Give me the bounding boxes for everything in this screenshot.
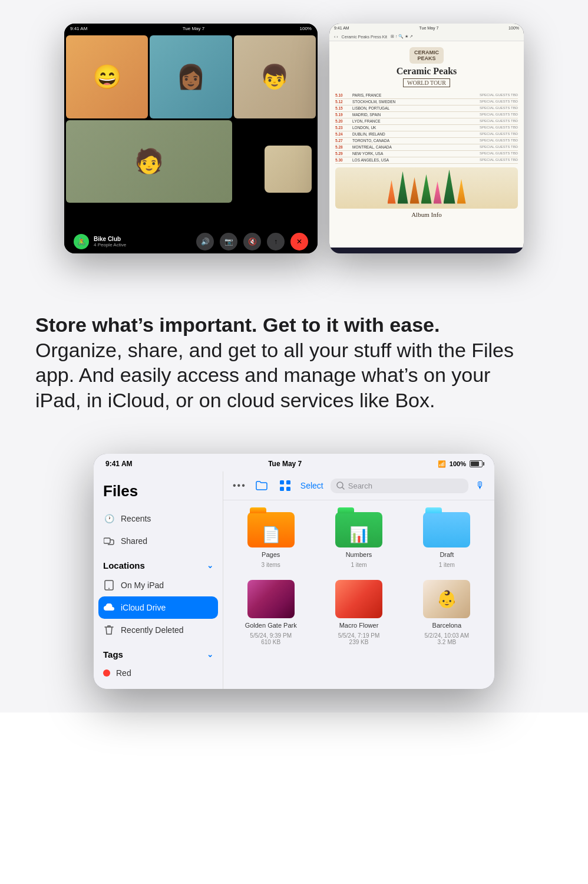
tour-date-2: 5.12 <box>335 100 350 104</box>
presskit-subtitle: WORLD TOUR <box>403 78 450 87</box>
presskit-toolbar: ‹ › Ceramic Peaks Press Kit ⊞ ↑ 🔍 ★ ↗ <box>329 32 524 41</box>
draft-folder-icon <box>423 512 470 547</box>
facetime-time: 9:41 AM <box>70 26 87 31</box>
top-section: 9:41 AM Tue May 7 100% 😄 👩🏾 👦 🧑 🚴 Bi <box>0 0 588 277</box>
facetime-person-3: 👦 <box>234 35 316 118</box>
tour-date-1: 5.10 <box>335 93 350 97</box>
presskit-toolbar-title: Ceramic Peaks Press Kit <box>342 35 387 39</box>
files-battery-text: 100% <box>450 460 466 467</box>
bottom-section: 9:41 AM Tue May 7 📶 100% Files � <box>0 442 588 713</box>
svg-rect-6 <box>286 487 290 491</box>
red-tag-dot <box>103 669 110 677</box>
presskit-header: CERAMICPEAKS Ceramic Peaks WORLD TOUR <box>335 47 518 89</box>
ipad-files-screen: 9:41 AM Tue May 7 📶 100% Files � <box>94 454 494 689</box>
file-item-golden-gate[interactable]: Golden Gate Park 5/5/24, 9:39 PM 610 KB <box>233 580 309 645</box>
sidebar-item-recently-deleted[interactable]: Recently Deleted <box>94 619 223 641</box>
tour-guests-6: SPECIAL GUESTS TBD <box>480 126 518 130</box>
sidebar-item-shared[interactable]: Shared <box>94 530 223 552</box>
file-item-numbers[interactable]: 📊 Numbers 1 item <box>321 512 397 568</box>
files-status-time: 9:41 AM <box>105 460 133 468</box>
presskit-content: CERAMICPEAKS Ceramic Peaks WORLD TOUR 5.… <box>329 41 524 248</box>
tour-date-7: 5.24 <box>335 132 350 136</box>
facetime-day: Tue May 7 <box>183 26 205 31</box>
svg-rect-5 <box>280 487 284 491</box>
tour-date-6: 5.23 <box>335 126 350 130</box>
svg-rect-0 <box>104 538 110 543</box>
svg-rect-3 <box>280 480 284 484</box>
ipad-facetime: 9:41 AM Tue May 7 100% 😄 👩🏾 👦 🧑 🚴 Bi <box>64 24 318 253</box>
tour-row-4: 5.19 MADRID, SPAIN SPECIAL GUESTS TBD <box>335 112 518 118</box>
files-content: ••• <box>223 471 494 689</box>
facetime-cell-3: 👦 <box>234 35 316 118</box>
tour-city-4: MADRID, SPAIN <box>350 113 480 117</box>
file-item-pages[interactable]: 📄 Pages 3 items <box>233 512 309 568</box>
tour-date-8: 5.27 <box>335 138 350 143</box>
facetime-club-sub: 4 People Active <box>94 242 191 248</box>
facetime-battery: 100% <box>300 26 312 31</box>
sidebar-item-recents[interactable]: 🕐 Recents <box>94 507 223 530</box>
facetime-camera-btn[interactable]: 📷 <box>220 233 237 250</box>
toolbar-more-icon[interactable]: ••• <box>233 480 246 491</box>
tour-date-11: 5.30 <box>335 158 350 162</box>
file-item-macro-flower[interactable]: Macro Flower 5/5/24, 7:19 PM 239 KB <box>321 580 397 645</box>
file-item-barcelona[interactable]: 👶 Barcelona 5/2/24, 10:03 AM 3.2 MB <box>409 580 485 645</box>
tour-row-6: 5.23 LONDON, UK SPECIAL GUESTS TBD <box>335 125 518 131</box>
sidebar-item-tag-red[interactable]: Red <box>94 663 223 683</box>
presskit-title: Ceramic Peaks <box>335 66 518 77</box>
facetime-person-4: 🧑 <box>66 120 232 203</box>
locations-chevron-icon[interactable]: ⌄ <box>207 561 213 570</box>
search-placeholder: Search <box>348 481 372 490</box>
battery-fill <box>471 461 479 466</box>
svg-rect-4 <box>286 480 290 484</box>
tour-guests-5: SPECIAL GUESTS TBD <box>480 119 518 123</box>
files-content-toolbar: ••• <box>223 471 494 500</box>
files-sidebar-header: Files <box>94 477 223 507</box>
tags-header-label: Tags <box>103 649 123 659</box>
facetime-person-2: 👩🏾 <box>150 35 232 118</box>
tour-row-3: 5.15 LISBON, PORTUGAL SPECIAL GUESTS TBD <box>335 105 518 112</box>
facetime-share-btn[interactable]: ↑ <box>267 233 285 250</box>
macro-flower-filename: Macro Flower <box>339 622 379 629</box>
sidebar-item-icloud-drive[interactable]: iCloud Drive <box>98 596 218 619</box>
facetime-controls: 🚴 Bike Club 4 People Active 🔊 📷 🔇 ↑ ✕ <box>64 228 318 253</box>
tour-row-7: 5.24 DUBLIN, IRELAND SPECIAL GUESTS TBD <box>335 131 518 138</box>
middle-text-regular: Organize, share, and get to all your stu… <box>35 339 514 411</box>
tour-guests-1: SPECIAL GUESTS TBD <box>480 93 518 97</box>
facetime-speaker-btn[interactable]: 🔊 <box>196 233 214 250</box>
toolbar-grid-icon[interactable] <box>277 477 293 494</box>
toolbar-folder-icon[interactable] <box>253 477 270 494</box>
draft-filename: Draft <box>440 551 454 558</box>
tour-row-8: 5.27 TORONTO, CANADA SPECIAL GUESTS TBD <box>335 138 518 144</box>
barcelona-photo: 👶 <box>423 580 470 618</box>
middle-section: Store what’s important. Get to it with e… <box>0 277 588 442</box>
presskit-day: Tue May 7 <box>419 26 438 30</box>
icloud-drive-label: iCloud Drive <box>121 603 166 612</box>
pages-file-meta: 3 items <box>262 562 280 568</box>
toolbar-select-button[interactable]: Select <box>300 481 323 490</box>
tour-guests-8: SPECIAL GUESTS TBD <box>480 138 518 143</box>
presskit-toolbar-nav: ‹ › <box>334 35 338 39</box>
middle-text-bold: Store what’s important. Get to it with e… <box>35 314 440 336</box>
search-bar[interactable]: Search <box>331 479 468 493</box>
tour-row-9: 5.28 MONTREAL, CANADA SPECIAL GUESTS TBD <box>335 144 518 151</box>
facetime-end-btn[interactable]: ✕ <box>290 233 308 250</box>
microphone-icon[interactable]: 🎙 <box>475 480 485 491</box>
shared-label: Shared <box>121 536 147 546</box>
tour-date-9: 5.28 <box>335 145 350 149</box>
numbers-file-meta: 1 item <box>351 562 366 568</box>
golden-gate-meta: 5/5/24, 9:39 PM 610 KB <box>250 632 292 645</box>
tags-chevron-icon[interactable]: ⌄ <box>207 650 213 659</box>
locations-section-header: Locations ⌄ <box>94 552 223 574</box>
tour-row-2: 5.12 STOCKHOLM, SWEDEN SPECIAL GUESTS TB… <box>335 99 518 105</box>
pages-folder-icon: 📄 <box>247 512 295 547</box>
macro-flower-photo <box>335 580 382 618</box>
tour-city-10: NEW YORK, USA <box>350 151 480 156</box>
sidebar-item-on-my-ipad[interactable]: On My iPad <box>94 574 223 596</box>
tour-city-5: LYON, FRANCE <box>350 119 480 123</box>
facetime-cell-2: 👩🏾 <box>150 35 232 118</box>
on-my-ipad-label: On My iPad <box>121 580 164 590</box>
tour-row-11: 5.30 LOS ANGELES, USA SPECIAL GUESTS TBD <box>335 157 518 164</box>
file-item-draft[interactable]: Draft 1 item <box>409 512 485 568</box>
facetime-mute-btn[interactable]: 🔇 <box>243 233 261 250</box>
numbers-app-icon: 📊 <box>349 526 368 544</box>
